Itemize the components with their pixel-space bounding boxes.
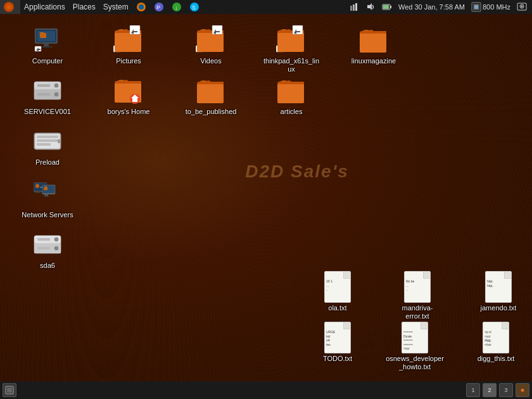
- desktop-icon-mandriva-error[interactable]: No be..... mandriva-error.txt: [389, 269, 446, 323]
- pictures-icon-image: [113, 25, 144, 55]
- todo-icon-label: TODO.txt: [323, 355, 352, 363]
- sda6-icon-image: [32, 229, 63, 260]
- svg-rect-10: [355, 3, 357, 11]
- workspace-switcher-3[interactable]: 3: [499, 383, 513, 397]
- servicev001-icon-image: [32, 75, 63, 106]
- svg-rect-52: [37, 93, 50, 96]
- svg-point-79: [54, 238, 58, 241]
- panel-logo-area: [0, 0, 20, 14]
- linuxmagazine-icon-image: [358, 25, 389, 55]
- borys-home-icon-label: borys's Home: [108, 108, 150, 116]
- svg-text:S: S: [192, 4, 196, 11]
- desktop-watermark: D2D Sale's: [245, 162, 349, 182]
- desktop: Applications Places System P ↓ S: [0, 0, 532, 399]
- desktop-icon-articles[interactable]: articles: [263, 73, 320, 118]
- svg-marker-11: [367, 3, 372, 10]
- screenshot-icon[interactable]: [514, 0, 529, 14]
- desktop-icon-osnews[interactable]: =====Doste==========<scr osnews_develope…: [383, 320, 446, 374]
- svg-rect-24: [40, 33, 46, 38]
- svg-rect-67: [35, 193, 41, 193]
- digg-this-icon-image: <p cl<scrdigg,</scr: [481, 322, 511, 353]
- desktop-icon-linuxmagazine[interactable]: linuxmagazine: [345, 22, 402, 68]
- svg-rect-74: [44, 187, 48, 191]
- datetime-display[interactable]: Wed 30 Jan, 7:58 AM: [396, 0, 467, 14]
- workspace-switcher-2[interactable]: 2: [483, 383, 497, 397]
- svg-rect-25: [44, 44, 49, 46]
- svg-point-1: [139, 4, 144, 10]
- svg-rect-48: [34, 97, 61, 99]
- desktop-icon-todo[interactable]: URGEkolviktes TODO.txt: [309, 320, 366, 365]
- jamendo-preview: http:http..: [486, 272, 511, 289]
- svg-rect-26: [40, 46, 53, 48]
- desktop-icon-digg-this[interactable]: <p cl<scrdigg,</scr digg_this.txt: [467, 320, 524, 365]
- svg-rect-14: [383, 5, 389, 9]
- svg-point-81: [54, 246, 58, 250]
- svg-rect-70: [44, 194, 48, 196]
- to-be-published-icon-label: to_be_published: [186, 108, 237, 116]
- desktop-icon-thinkpad[interactable]: thinkpad_x61s_linux: [260, 22, 323, 76]
- videos-icon-image: [196, 25, 226, 55]
- svg-rect-73: [35, 185, 39, 188]
- desktop-icon-borys-home[interactable]: borys's Home: [100, 73, 157, 118]
- svg-point-49: [54, 84, 58, 87]
- volume-tray-icon[interactable]: [363, 0, 378, 14]
- ola-txt-icon-image: 20 1......: [322, 272, 353, 302]
- menu-applications[interactable]: Applications: [20, 0, 69, 14]
- preload-icon-label: Preload: [35, 158, 60, 167]
- articles-icon-image: [276, 75, 307, 106]
- desktop-icon-ola-txt[interactable]: 20 1...... ola.txt: [309, 269, 366, 315]
- svg-rect-36: [197, 33, 224, 52]
- menu-places[interactable]: Places: [69, 0, 99, 14]
- panel-right: Wed 30 Jan, 7:58 AM 800 MHz: [346, 0, 532, 14]
- todo-icon-image: URGEkolviktes: [322, 322, 353, 353]
- desktop-icon-preload[interactable]: Preload: [19, 124, 76, 169]
- ola-txt-icon-label: ola.txt: [328, 304, 346, 312]
- todo-preview: URGEkolviktes: [325, 322, 350, 348]
- gnome-logo-icon: [4, 2, 14, 12]
- to-be-published-icon-image: [196, 75, 226, 106]
- svg-rect-17: [474, 5, 478, 9]
- show-desktop-button[interactable]: [3, 383, 16, 397]
- network-tray-icon[interactable]: [346, 0, 362, 14]
- thinkpad-icon-image: [276, 25, 307, 55]
- osnews-preview: =====Doste==========<scr: [402, 322, 428, 352]
- desktop-icon-sda6[interactable]: sda6: [19, 227, 76, 272]
- download-icon[interactable]: ↓: [168, 0, 186, 14]
- desktop-icon-videos[interactable]: Videos: [182, 22, 239, 68]
- svg-rect-78: [34, 251, 61, 253]
- mandriva-error-icon-image: No be.....: [402, 272, 433, 302]
- digg-this-preview: <p cl<scrdigg,</scr: [483, 322, 509, 348]
- workspace-switcher-4[interactable]: ■: [516, 383, 529, 397]
- osnews-icon-image: =====Doste==========<scr: [400, 322, 430, 353]
- svg-rect-41: [277, 33, 304, 52]
- svg-text:↓: ↓: [175, 4, 178, 11]
- network-servers-icon-image: [32, 179, 63, 209]
- svg-rect-61: [37, 139, 58, 142]
- bottom-panel: 1 2 3 ■: [0, 381, 532, 399]
- mandriva-error-preview: No be.....: [405, 272, 430, 293]
- pictures-icon-label: Pictures: [116, 57, 141, 65]
- desktop-icon-network-servers[interactable]: Network Servers: [19, 176, 76, 222]
- desktop-icon-to-be-published[interactable]: to_be_published: [182, 73, 239, 118]
- svg-rect-9: [353, 4, 355, 11]
- firefox-icon[interactable]: [132, 0, 150, 14]
- menu-system[interactable]: System: [99, 0, 132, 14]
- svg-rect-57: [277, 84, 304, 103]
- workspace-switcher-1[interactable]: 1: [466, 383, 480, 397]
- skype-icon[interactable]: S: [186, 0, 203, 14]
- desktop-icon-jamendo[interactable]: http:http.. jamendo.txt: [470, 269, 527, 315]
- svg-rect-80: [37, 238, 50, 241]
- linuxmagazine-icon-label: linuxmagazine: [352, 57, 396, 65]
- desktop-icon-pictures[interactable]: Pictures: [100, 22, 157, 68]
- mandriva-error-icon-label: mandriva-error.txt: [391, 304, 443, 320]
- jamendo-icon-image: http:http..: [483, 272, 514, 302]
- cpu-monitor[interactable]: 800 MHz: [469, 0, 513, 14]
- svg-rect-82: [37, 247, 50, 250]
- desktop-icon-computer[interactable]: Computer: [19, 22, 76, 68]
- svg-rect-66: [36, 191, 40, 193]
- pidgin-icon[interactable]: P: [150, 0, 168, 14]
- svg-point-51: [54, 92, 58, 96]
- desktop-icon-servicev001[interactable]: SERVICEV001: [19, 73, 76, 118]
- battery-tray-icon[interactable]: [379, 0, 395, 14]
- svg-rect-56: [197, 84, 224, 103]
